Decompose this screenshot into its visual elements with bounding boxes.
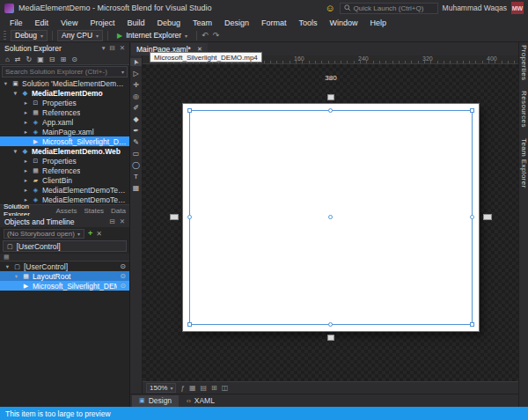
bottom-anchor-adorner[interactable] — [327, 335, 334, 341]
expander-icon[interactable]: ▾ — [3, 80, 9, 87]
zoom-dropdown[interactable]: 150% ▾ — [146, 383, 176, 393]
center-anchor[interactable] — [328, 215, 333, 219]
text-tool-icon[interactable]: T — [130, 173, 142, 181]
tree-item-clientbin[interactable]: ▸ ▰ ClientBin — [0, 175, 129, 185]
quick-launch-box[interactable]: Quick Launch (Ctrl+Q) — [340, 3, 438, 14]
undo-icon[interactable]: ↶ — [202, 31, 209, 40]
expand-all-icon[interactable]: ⊞ — [61, 55, 67, 63]
snap-grid-icon[interactable]: ▦ — [189, 384, 196, 392]
feedback-smiley-icon[interactable]: ☺ — [325, 4, 334, 13]
resize-handle-bottom-left[interactable] — [187, 322, 192, 327]
avatar[interactable]: MW — [511, 2, 524, 14]
platform-dropdown[interactable]: Any CPU ▾ — [57, 30, 103, 41]
timeline-options-icon[interactable]: ▦ — [4, 254, 10, 261]
expander-icon[interactable]: ▾ — [12, 148, 18, 155]
resize-handle-top-right[interactable] — [470, 108, 474, 113]
menu-item-tools[interactable]: Tools — [293, 18, 324, 27]
zoom-tool-icon[interactable]: ◎ — [130, 92, 142, 100]
tab-properties[interactable]: Properties — [520, 45, 528, 80]
design-surface[interactable]: 0 80 160 240 320 400 380 — [143, 55, 518, 394]
scope-box[interactable]: ▢ [UserControl] — [3, 240, 127, 252]
eye-icon[interactable]: ⊙ — [120, 282, 126, 290]
menu-item-build[interactable]: Build — [121, 18, 150, 27]
resize-handle-right[interactable] — [470, 215, 474, 219]
split-view-icon[interactable]: ◫ — [222, 384, 229, 392]
close-icon[interactable]: ✕ — [120, 44, 125, 52]
layout-grid-tool-icon[interactable]: ▦ — [130, 184, 142, 192]
tab-assets[interactable]: Assets — [55, 207, 77, 215]
menu-item-project[interactable]: Project — [84, 18, 121, 27]
rectangle-tool-icon[interactable]: ▭ — [130, 150, 142, 158]
expander-icon[interactable]: ▸ — [23, 158, 29, 165]
pan-tool-icon[interactable]: ✛ — [130, 81, 142, 89]
selection-rect[interactable] — [189, 110, 473, 325]
left-margin-adorner[interactable] — [170, 214, 179, 220]
artboard-background[interactable]: 380 — [143, 64, 518, 381]
tree-item-mainpage-xaml[interactable]: ▸ ◈ MainPage.xaml — [0, 127, 129, 136]
sync-document-icon[interactable]: ⇄ — [15, 55, 21, 63]
collapse-all-icon[interactable]: ⊟ — [49, 55, 55, 63]
menu-item-format[interactable]: Format — [255, 18, 293, 27]
tab-team-explorer[interactable]: Team Explorer — [520, 138, 528, 188]
tree-item-project[interactable]: ▾ ◆ MediaElementDemo — [0, 88, 129, 98]
eye-icon[interactable]: ⊙ — [120, 262, 126, 270]
refresh-icon[interactable]: ↻ — [26, 55, 33, 63]
menu-item-edit[interactable]: Edit — [29, 18, 55, 27]
object-item-usercontrol[interactable]: ▾ ▢ [UserControl] ⊙ — [0, 262, 129, 271]
expander-icon[interactable]: ▸ — [23, 129, 29, 136]
eyedropper-tool-icon[interactable]: ✐ — [130, 104, 142, 112]
menu-item-file[interactable]: File — [4, 18, 29, 27]
new-storyboard-icon[interactable]: + — [88, 229, 92, 238]
expander-icon[interactable]: ▸ — [23, 119, 29, 126]
snap-to-snaplines-icon[interactable]: ⊞ — [211, 384, 217, 392]
eye-icon[interactable]: ⊙ — [120, 272, 126, 280]
objects-timeline-header[interactable]: Objects and Timeline ⊟ ✕ — [0, 216, 129, 227]
selection-tool-icon[interactable]: ➤ — [130, 58, 142, 66]
solution-config-dropdown[interactable]: Debug ▾ — [11, 30, 48, 41]
tree-item-solution[interactable]: ▾ ▣ Solution 'MediaElementDemo' (2 proje — [0, 78, 129, 88]
expander-icon[interactable]: ▸ — [23, 99, 29, 107]
tab-resources[interactable]: Resources — [520, 91, 528, 128]
right-margin-adorner[interactable] — [483, 214, 492, 220]
home-icon[interactable]: ⌂ — [5, 55, 10, 63]
expander-icon[interactable]: ▾ — [4, 263, 11, 270]
tree-item-web-references[interactable]: ▸ ▦ References — [0, 166, 129, 175]
pin-icon[interactable]: ⊟ — [109, 217, 114, 225]
tab-xaml[interactable]: ‹› XAML — [180, 395, 222, 407]
expander-icon[interactable]: ▾ — [12, 90, 18, 97]
resize-handle-left[interactable] — [187, 215, 192, 219]
paint-bucket-tool-icon[interactable]: ◆ — [130, 115, 142, 123]
expander-icon[interactable]: ▸ — [23, 167, 29, 174]
tab-design[interactable]: ▣ Design — [132, 395, 179, 407]
tree-item-testpage-aspx[interactable]: ▸ ◈ MediaElementDemoTestPage.as — [0, 185, 129, 195]
chevron-down-icon[interactable]: ▾ — [102, 44, 106, 52]
menu-item-debug[interactable]: Debug — [150, 18, 187, 27]
effects-toggle-icon[interactable]: ƒ — [180, 384, 184, 392]
pen-tool-icon[interactable]: ✒ — [130, 127, 142, 135]
expander-icon[interactable]: ▸ — [23, 177, 29, 184]
resize-handle-bottom-right[interactable] — [470, 322, 474, 327]
snap-gridlines-icon[interactable]: ▤ — [201, 384, 208, 392]
expander-icon[interactable]: ▸ — [23, 187, 29, 194]
menu-item-window[interactable]: Window — [324, 18, 364, 27]
expander-icon[interactable]: ▾ — [13, 273, 19, 280]
expander-icon[interactable]: ▸ — [23, 109, 29, 116]
tab-states[interactable]: States — [84, 207, 104, 215]
top-anchor-adorner[interactable] — [327, 94, 334, 100]
resize-handle-bottom[interactable] — [328, 322, 333, 327]
tree-item-media-file[interactable]: ▶ Microsoft_Silverlight_DEMO.mp4 — [0, 136, 129, 146]
resize-handle-top[interactable] — [328, 108, 333, 113]
properties-icon[interactable]: ⊙ — [71, 55, 77, 63]
resize-handle-top-left[interactable] — [187, 108, 192, 113]
tree-item-web-properties[interactable]: ▸ ⊡ Properties — [0, 156, 129, 166]
solution-search-input[interactable]: Search Solution Explorer (Ctrl+-) ▾ — [2, 66, 128, 77]
tree-item-web-project[interactable]: ▾ ◆ MediaElementDemo.Web — [0, 146, 129, 156]
tree-item-references[interactable]: ▸ ▦ References — [0, 107, 129, 117]
tree-item-app-xaml[interactable]: ▸ ◈ App.xaml — [0, 117, 129, 127]
object-item-mediaelement[interactable]: ▶ Microsoft_Silverlight_DEMO_ ⊙ — [0, 281, 129, 291]
close-icon[interactable]: ✕ — [120, 217, 125, 225]
user-name[interactable]: Muhammad Waqas — [443, 4, 507, 12]
pin-icon[interactable]: ⊟ — [109, 44, 114, 52]
menu-item-help[interactable]: Help — [364, 18, 393, 27]
solution-explorer-header[interactable]: Solution Explorer ▾ ⊟ ✕ — [0, 42, 129, 54]
